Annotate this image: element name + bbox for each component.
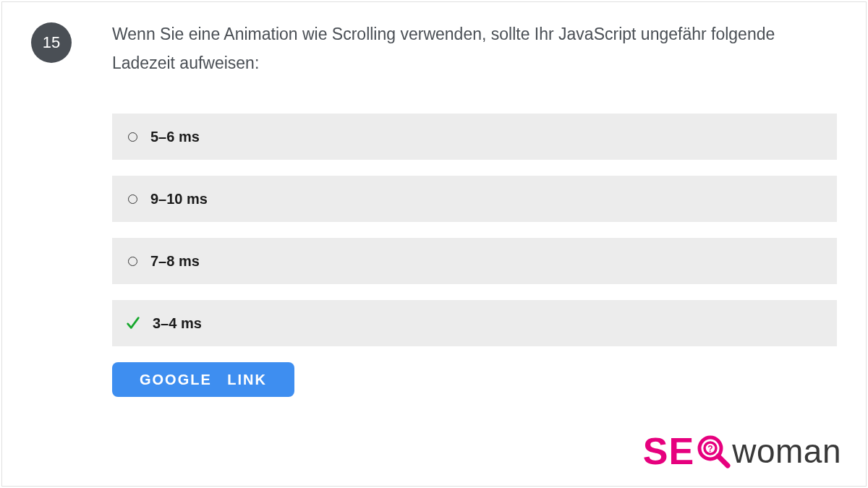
question-number-badge: 15 <box>31 22 72 63</box>
checkmark-icon <box>125 315 141 331</box>
svg-line-3 <box>718 456 728 466</box>
google-link-button[interactable]: GOOGLE LINK <box>112 362 294 397</box>
question-text: Wenn Sie eine Animation wie Scrolling ve… <box>112 20 821 77</box>
answer-option[interactable]: 9–10 ms <box>112 176 837 222</box>
magnifier-icon: ? <box>696 434 731 468</box>
radio-unchecked-icon <box>128 257 137 266</box>
brand-logo: SE ? woman <box>643 429 841 473</box>
brand-woman: woman <box>732 432 841 471</box>
brand-se: SE <box>643 429 694 473</box>
answer-option[interactable]: 7–8 ms <box>112 238 837 284</box>
button-row: GOOGLE LINK <box>112 362 837 397</box>
answer-option-correct[interactable]: 3–4 ms <box>112 300 837 346</box>
radio-unchecked-icon <box>128 194 137 204</box>
answer-option-label: 5–6 ms <box>150 129 200 145</box>
answer-options: 5–6 ms 9–10 ms 7–8 ms 3–4 ms <box>112 114 837 346</box>
answer-option[interactable]: 5–6 ms <box>112 114 837 160</box>
question-number: 15 <box>43 33 60 52</box>
question-header: 15 Wenn Sie eine Animation wie Scrolling… <box>2 2 866 77</box>
radio-unchecked-icon <box>128 132 137 142</box>
svg-text:?: ? <box>708 444 713 454</box>
answer-option-label: 7–8 ms <box>150 253 200 270</box>
answer-option-label: 3–4 ms <box>153 315 202 332</box>
answer-option-label: 9–10 ms <box>150 191 208 207</box>
quiz-card: 15 Wenn Sie eine Animation wie Scrolling… <box>1 1 867 487</box>
